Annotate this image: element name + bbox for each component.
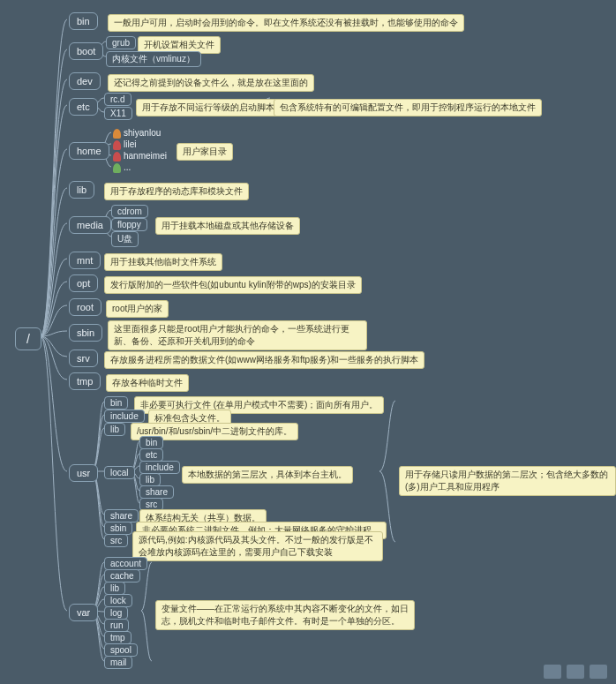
- note-var: 变量文件——在正常运行的系统中其内容不断变化的文件，如日志，脱机文件和临时电子邮…: [155, 600, 415, 630]
- node-var-account[interactable]: account: [104, 557, 147, 570]
- node-var-run[interactable]: run: [104, 619, 129, 632]
- node-usr-sbin[interactable]: sbin: [104, 522, 132, 535]
- node-usr[interactable]: usr: [69, 464, 98, 482]
- node-var-log[interactable]: log: [104, 606, 128, 620]
- node-rootdir[interactable]: root: [69, 298, 101, 316]
- note-mnt: 用于挂载其他临时文件系统: [104, 253, 222, 271]
- node-local-share[interactable]: share: [139, 485, 174, 499]
- node-usr-bin[interactable]: bin: [104, 396, 128, 410]
- node-usr-share[interactable]: share: [104, 509, 139, 522]
- node-usr-lib[interactable]: lib: [104, 423, 125, 436]
- note-media: 用于挂载本地磁盘或其他存储设备: [155, 217, 300, 235]
- user-more: ...: [113, 162, 131, 173]
- note-usr-local: 本地数据的第三层次，具体到本台主机。: [182, 466, 353, 484]
- node-opt[interactable]: opt: [69, 274, 98, 292]
- node-var-lib[interactable]: lib: [104, 582, 125, 595]
- node-usr-include[interactable]: include: [104, 410, 145, 423]
- node-local-etc[interactable]: etc: [139, 448, 163, 462]
- note-usr-src: 源代码,例如:内核源代码及其头文件。不过一般的发行版是不会堆放内核源码在这里的，…: [132, 531, 383, 561]
- corner-controls: [544, 665, 607, 679]
- note-srv: 存放服务进程所需的数据文件(如www网络服务和ftp服务)和一些服务的执行脚本: [104, 351, 424, 369]
- node-lib[interactable]: lib: [69, 181, 94, 199]
- node-etc[interactable]: etc: [69, 98, 98, 116]
- node-local-bin[interactable]: bin: [139, 436, 163, 449]
- node-media-cdrom[interactable]: cdrom: [111, 205, 148, 218]
- node-usr-local[interactable]: local: [104, 466, 135, 479]
- node-boot[interactable]: boot: [69, 42, 103, 60]
- user-lilei: lilei: [113, 139, 136, 150]
- note-opt: 发行版附加的一些软件包(如ubuntu kylin附带的wps)的安装目录: [104, 276, 362, 294]
- node-etc-x11[interactable]: X11: [104, 107, 132, 120]
- node-var-lock[interactable]: lock: [104, 594, 132, 607]
- node-boot-vmlinuz[interactable]: 内核文件（vmlinuz）: [106, 51, 201, 67]
- node-mnt[interactable]: mnt: [69, 252, 101, 269]
- node-usr-src[interactable]: src: [104, 534, 128, 547]
- node-var-cache[interactable]: cache: [104, 569, 140, 583]
- note-sbin: 这里面很多只能是root用户才能执行的命令，一些系统进行更新、备份、还原和开关机…: [108, 320, 367, 350]
- node-local-lib[interactable]: lib: [139, 473, 161, 486]
- note-etc2: 包含系统特有的可编辑配置文件，即用于控制程序运行的本地文件: [274, 99, 542, 117]
- node-dev[interactable]: dev: [69, 72, 101, 90]
- node-var-mail[interactable]: mail: [104, 656, 132, 669]
- note-dev: 还记得之前提到的设备文件么，就是放在这里面的: [108, 74, 314, 92]
- corner-btn-3[interactable]: [590, 665, 607, 679]
- note-lib: 用于存放程序的动态库和模块文件: [104, 183, 249, 200]
- user-hanmeimei: hanmeimei: [113, 151, 167, 162]
- node-local-include[interactable]: include: [139, 461, 180, 474]
- node-sbin[interactable]: sbin: [69, 324, 102, 342]
- corner-btn-2[interactable]: [567, 665, 584, 679]
- node-media-udisk[interactable]: U盘: [111, 231, 139, 247]
- node-home[interactable]: home: [69, 142, 109, 160]
- node-var-tmp[interactable]: tmp: [104, 631, 131, 644]
- node-boot-grub[interactable]: grub: [106, 36, 136, 49]
- node-bin[interactable]: bin: [69, 12, 98, 30]
- node-media[interactable]: media: [69, 216, 111, 234]
- node-media-floppy[interactable]: floppy: [111, 218, 147, 231]
- root-node[interactable]: /: [15, 327, 41, 350]
- node-srv[interactable]: srv: [69, 350, 98, 367]
- mindmap-canvas: / bin 一般用户可用，启动时会用到的命令。即在文件系统还没有被挂载时，也能够…: [0, 0, 616, 684]
- node-tmp[interactable]: tmp: [69, 372, 101, 390]
- note-usr-outer: 用于存储只读用户数据的第二层次；包含绝大多数的(多)用户工具和应用程序: [399, 466, 616, 496]
- note-home: 用户家目录: [177, 143, 233, 161]
- note-bin: 一般用户可用，启动时会用到的命令。即在文件系统还没有被挂载时，也能够使用的命令: [108, 14, 464, 32]
- corner-btn-1[interactable]: [544, 665, 561, 679]
- node-var[interactable]: var: [69, 604, 98, 621]
- note-tmp: 存放各种临时文件: [106, 374, 189, 392]
- node-var-spool[interactable]: spool: [104, 643, 138, 657]
- note-rootdir: root用户的家: [106, 300, 169, 318]
- node-etc-rcd[interactable]: rc.d: [104, 93, 131, 106]
- user-shiyanlou: shiyanlou: [113, 128, 161, 139]
